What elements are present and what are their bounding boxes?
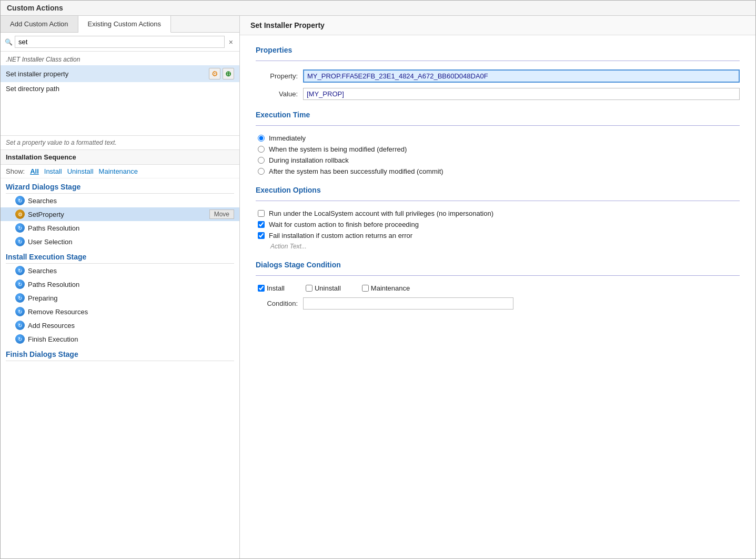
seq-item-searches-1-label: Searches [28, 197, 234, 205]
seq-item-finish-execution[interactable]: ↻ Finish Execution [1, 332, 239, 346]
seq-item-remove-resources[interactable]: ↻ Remove Resources [1, 305, 239, 318]
condition-uninstall-checkbox[interactable] [306, 285, 313, 292]
right-panel-header: Set Installer Property [240, 16, 755, 35]
seq-item-add-resources[interactable]: ↻ Add Resources [1, 318, 239, 332]
show-maintenance-link[interactable]: Maintenance [99, 167, 138, 175]
checkbox-local-system-input[interactable] [258, 210, 265, 217]
show-bar: Show: All Install Uninstall Maintenance [1, 165, 239, 178]
right-panel: Set Installer Property Properties Proper… [240, 16, 755, 558]
window-title: Custom Actions [1, 1, 755, 16]
action-hint: Set a property value to a formatted text… [1, 136, 239, 150]
execution-options-section: Execution Options Run under the LocalSys… [256, 186, 740, 250]
search-clear-button[interactable]: × [227, 38, 235, 46]
condition-uninstall-label: Uninstall [315, 284, 341, 292]
condition-input[interactable] [303, 297, 513, 310]
execution-time-section: Execution Time Immediately When the syst… [256, 111, 740, 175]
value-input[interactable] [303, 88, 740, 100]
stage-wizard-dialogs: Wizard Dialogs Stage [1, 178, 239, 193]
checkbox-fail-error-label: Fail installation if custom action retur… [269, 232, 412, 239]
seq-item-paths-resolution-1-label: Paths Resolution [28, 224, 234, 232]
main-window: Custom Actions Add Custom Action Existin… [0, 0, 756, 559]
show-install-link[interactable]: Install [44, 167, 62, 175]
condition-maintenance-checkbox[interactable] [362, 285, 369, 292]
content-area: Add Custom Action Existing Custom Action… [1, 16, 755, 558]
action-list: .NET Installer Class action Set installe… [1, 52, 239, 136]
show-uninstall-link[interactable]: Uninstall [67, 167, 94, 175]
seq-item-user-selection-icon: ↻ [15, 237, 25, 246]
properties-divider [256, 61, 740, 61]
seq-item-preparing-icon: ↻ [15, 293, 25, 303]
radio-immediately-input[interactable] [258, 135, 265, 142]
condition-label: Condition: [256, 300, 298, 307]
seq-item-paths-resolution-2-label: Paths Resolution [28, 281, 234, 288]
action-item-icons: ⚙ ⊕ [209, 68, 234, 79]
checkbox-local-system: Run under the LocalSystem account with f… [256, 209, 740, 217]
seq-item-user-selection[interactable]: ↻ User Selection [1, 235, 239, 248]
search-input[interactable] [15, 36, 225, 48]
radio-commit-input[interactable] [258, 168, 265, 175]
seq-item-finish-execution-label: Finish Execution [28, 335, 234, 343]
seq-item-add-resources-label: Add Resources [28, 322, 234, 330]
radio-deferred-input[interactable] [258, 146, 265, 153]
seq-item-searches-1-icon: ↻ [15, 196, 25, 205]
condition-uninstall-checkbox-label[interactable]: Uninstall [306, 284, 341, 292]
tab-existing-custom-actions[interactable]: Existing Custom Actions [78, 16, 171, 33]
sequence-title: Installation Sequence [1, 150, 239, 165]
radio-rollback-label: During installation rollback [269, 156, 349, 164]
search-bar: 🔍 × [1, 33, 239, 52]
action-item-set-directory-path[interactable]: Set directory path [1, 82, 239, 95]
checkbox-wait-finish-input[interactable] [258, 221, 265, 228]
show-all-link[interactable]: All [30, 167, 39, 175]
seq-item-paths-resolution-2-icon: ↻ [15, 280, 25, 289]
seq-item-finish-execution-icon: ↻ [15, 334, 25, 344]
stage-finish-dialogs: Finish Dialogs Stage [1, 346, 239, 361]
seq-item-set-property-label: SetProperty [28, 211, 206, 218]
seq-item-remove-resources-icon: ↻ [15, 307, 25, 316]
seq-item-searches-2[interactable]: ↻ Searches [1, 264, 239, 277]
seq-item-preparing[interactable]: ↻ Preparing [1, 291, 239, 305]
execution-options-divider [256, 201, 740, 201]
sequence-section: Installation Sequence Show: All Install … [1, 150, 239, 558]
execution-time-title: Execution Time [256, 111, 740, 119]
seq-item-paths-resolution-2[interactable]: ↻ Paths Resolution [1, 277, 239, 291]
radio-immediately-label: Immediately [269, 134, 306, 142]
dialogs-condition-section: Dialogs Stage Condition Install Uninstal… [256, 261, 740, 310]
action-item-set-installer-property[interactable]: Set installer property ⚙ ⊕ [1, 65, 239, 82]
condition-maintenance-checkbox-label[interactable]: Maintenance [362, 284, 410, 292]
add-to-sequence-button[interactable]: ⚙ [209, 68, 220, 79]
seq-item-remove-resources-label: Remove Resources [28, 308, 234, 316]
execution-time-divider [256, 125, 740, 126]
seq-item-paths-resolution-1[interactable]: ↻ Paths Resolution [1, 221, 239, 235]
show-label: Show: [6, 167, 25, 175]
seq-item-set-property[interactable]: ⚙ SetProperty Move [1, 207, 239, 221]
seq-item-searches-1[interactable]: ↻ Searches [1, 194, 239, 207]
dialogs-condition-divider [256, 275, 740, 276]
value-row: Value: [256, 88, 740, 100]
radio-commit-label: After the system has been successfully m… [269, 167, 443, 175]
add-to-sequence-icon: ⚙ [211, 69, 218, 78]
add-new-action-button[interactable]: ⊕ [223, 68, 234, 79]
properties-section: Properties Property: Value: [256, 46, 740, 100]
action-group-dotnet: .NET Installer Class action [1, 54, 239, 65]
condition-install-checkbox[interactable] [258, 285, 265, 292]
condition-install-checkbox-label[interactable]: Install [258, 284, 285, 292]
seq-item-set-property-move-button[interactable]: Move [209, 209, 234, 219]
dialogs-condition-title: Dialogs Stage Condition [256, 261, 740, 269]
tab-add-custom-action[interactable]: Add Custom Action [1, 16, 78, 32]
radio-rollback-input[interactable] [258, 157, 265, 164]
checkbox-wait-finish: Wait for custom action to finish before … [256, 221, 740, 228]
condition-checkboxes: Install Uninstall Maintenance [256, 284, 740, 292]
seq-item-set-property-icon: ⚙ [15, 209, 25, 219]
action-item-set-installer-property-label: Set installer property [6, 70, 209, 78]
radio-deferred-label: When the system is being modified (defer… [269, 145, 407, 153]
property-value-input[interactable] [303, 69, 740, 83]
property-label: Property: [256, 72, 298, 80]
radio-immediately: Immediately [256, 134, 740, 142]
tabs-bar: Add Custom Action Existing Custom Action… [1, 16, 239, 33]
condition-maintenance-label: Maintenance [371, 284, 410, 292]
value-label: Value: [256, 90, 298, 98]
seq-item-searches-2-label: Searches [28, 267, 234, 275]
seq-item-user-selection-label: User Selection [28, 238, 234, 246]
checkbox-fail-error-input[interactable] [258, 232, 265, 239]
action-text-hint: Action Text... [256, 243, 740, 250]
